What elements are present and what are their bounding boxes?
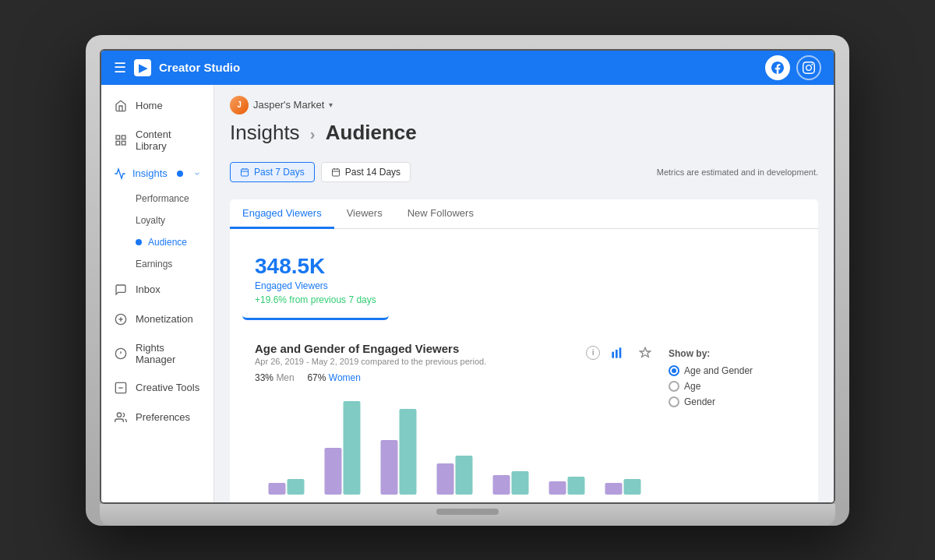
sidebar-content-library-label: Content Library — [136, 129, 201, 152]
tab-viewers[interactable]: Viewers — [334, 199, 395, 229]
svg-rect-13 — [242, 169, 249, 176]
app-title: Creator Studio — [159, 61, 757, 74]
sidebar-item-content-library[interactable]: Content Library — [101, 121, 213, 160]
date-filters: Past 7 Days Past 14 Days — [230, 162, 657, 182]
radio-circle-gender — [669, 396, 679, 407]
sidebar-item-earnings[interactable]: Earnings — [101, 253, 213, 275]
stats-card: 348.5K Engaged Viewers +19.6% from previ… — [242, 241, 389, 320]
performance-label: Performance — [136, 193, 189, 204]
radio-age-gender[interactable]: Age and Gender — [669, 365, 793, 376]
radio-age-label: Age — [684, 381, 700, 392]
breadcrumb-child: Audience — [326, 121, 417, 144]
menu-icon[interactable]: ☰ — [114, 59, 126, 76]
radio-circle-age-gender — [669, 365, 679, 376]
platform-icons — [765, 55, 821, 80]
svg-rect-17 — [332, 169, 339, 176]
radio-gender[interactable]: Gender — [669, 396, 793, 407]
instagram-icon-btn[interactable] — [796, 55, 821, 80]
preferences-icon — [114, 410, 128, 424]
creative-tools-label: Creative Tools — [136, 382, 199, 393]
laptop-screen: ☰ ▶ Creator Studio — [100, 49, 835, 504]
radio-circle-age — [669, 381, 679, 392]
content-library-icon — [114, 133, 128, 147]
svg-rect-0 — [116, 136, 120, 139]
svg-rect-33 — [512, 471, 529, 495]
app-container: ☰ ▶ Creator Studio — [101, 51, 834, 502]
sidebar-item-insights[interactable]: Insights — [101, 160, 213, 188]
sidebar-item-loyalty[interactable]: Loyalty — [101, 210, 213, 231]
insights-dot — [177, 171, 183, 177]
insights-section: Insights Performance Loyalty — [101, 160, 213, 275]
content-area: Engaged Viewers Viewers New Followers 34… — [230, 199, 818, 502]
insights-submenu: Performance Loyalty Audience Earnings — [101, 188, 213, 275]
sidebar-item-inbox[interactable]: Inbox — [101, 275, 213, 305]
creative-tools-icon — [114, 381, 128, 395]
account-name: Jasper's Market — [253, 99, 324, 111]
svg-rect-22 — [616, 350, 618, 358]
account-dropdown-arrow: ▾ — [329, 100, 333, 109]
bar-chart-btn[interactable] — [606, 342, 628, 364]
svg-rect-35 — [568, 477, 585, 495]
svg-rect-1 — [122, 136, 125, 139]
svg-rect-28 — [381, 440, 398, 495]
logo-symbol: ▶ — [139, 62, 147, 74]
svg-rect-25 — [288, 479, 305, 495]
chart-title: Age and Gender of Engaged Viewers — [255, 342, 486, 355]
sidebar-item-rights-manager[interactable]: Rights Manager — [101, 334, 213, 373]
sidebar-item-audience[interactable]: Audience — [101, 231, 213, 253]
insights-label: Insights — [132, 167, 168, 179]
tab-engaged-viewers[interactable]: Engaged Viewers — [230, 199, 334, 229]
stats-label: Engaged Viewers — [255, 280, 376, 291]
radio-age[interactable]: Age — [669, 381, 793, 392]
page-content: J Jasper's Market ▾ Insights › Audience — [214, 85, 834, 502]
laptop-base — [100, 504, 835, 526]
stats-number: 348.5K — [255, 254, 376, 279]
inbox-label: Inbox — [136, 284, 161, 295]
account-selector[interactable]: J Jasper's Market ▾ — [230, 96, 818, 114]
svg-rect-29 — [400, 409, 417, 495]
sidebar-home-label: Home — [136, 100, 163, 111]
earnings-label: Earnings — [136, 259, 172, 269]
chart-card: Age and Gender of Engaged Viewers Apr 26… — [242, 329, 806, 502]
chart-title-group: Age and Gender of Engaged Viewers Apr 26… — [255, 342, 486, 366]
audience-tabs: Engaged Viewers Viewers New Followers — [230, 199, 818, 229]
svg-rect-24 — [269, 483, 286, 495]
svg-point-12 — [117, 413, 121, 417]
svg-rect-23 — [619, 347, 622, 357]
svg-rect-36 — [605, 483, 623, 495]
svg-rect-26 — [325, 448, 342, 495]
rights-manager-label: Rights Manager — [136, 342, 201, 365]
rights-manager-icon — [114, 347, 128, 361]
men-pct: 33% — [255, 372, 273, 383]
chart-subtitle: Apr 26, 2019 - May 2, 2019 compared to t… — [255, 357, 486, 366]
svg-rect-3 — [122, 141, 125, 145]
past-7-days-label: Past 7 Days — [254, 167, 305, 178]
loyalty-label: Loyalty — [136, 215, 165, 226]
breadcrumb-parent[interactable]: Insights — [230, 121, 300, 144]
inbox-icon — [114, 283, 128, 297]
svg-rect-34 — [549, 481, 566, 495]
women-label: Women — [329, 372, 361, 383]
pin-chart-btn[interactable] — [634, 342, 656, 364]
info-icon[interactable]: i — [586, 346, 600, 360]
svg-rect-37 — [624, 479, 641, 495]
chart-header: Age and Gender of Engaged Viewers Apr 26… — [255, 342, 656, 366]
sidebar-item-monetization[interactable]: Monetization — [101, 305, 213, 334]
past-7-days-btn[interactable]: Past 7 Days — [230, 162, 315, 182]
svg-rect-31 — [456, 456, 473, 495]
sidebar-item-preferences[interactable]: Preferences — [101, 403, 213, 432]
chart-area: Age and Gender of Engaged Viewers Apr 26… — [255, 342, 656, 502]
sidebar-item-home[interactable]: Home — [101, 91, 213, 121]
chart-container: Age and Gender of Engaged Viewers Apr 26… — [255, 342, 793, 502]
sidebar-item-performance[interactable]: Performance — [101, 188, 213, 210]
stats-change: +19.6% from previous 7 days — [255, 294, 376, 305]
sidebar-item-creative-tools[interactable]: Creative Tools — [101, 373, 213, 403]
audience-label: Audience — [148, 237, 187, 248]
past-14-days-btn[interactable]: Past 14 Days — [321, 162, 411, 182]
home-icon — [114, 99, 128, 113]
breadcrumb-arrow: › — [310, 125, 316, 143]
svg-rect-27 — [344, 401, 361, 495]
main-content: Home Content Library Insights — [101, 85, 834, 502]
tab-new-followers[interactable]: New Followers — [395, 199, 486, 229]
facebook-icon-btn[interactable] — [765, 55, 790, 80]
